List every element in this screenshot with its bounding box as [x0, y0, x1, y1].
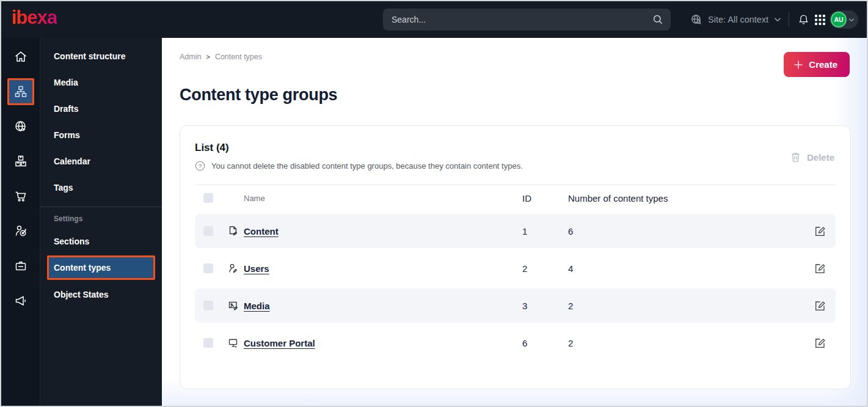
column-header-count: Number of content types	[562, 193, 806, 204]
user-menu[interactable]: AU	[830, 10, 858, 29]
cart-icon	[7, 183, 34, 210]
image-icon	[228, 300, 244, 311]
sidebar-item-object-states[interactable]: Object States	[40, 281, 162, 307]
sidebar-item-calendar[interactable]: Calendar	[40, 148, 162, 174]
search-icon[interactable]	[652, 14, 663, 25]
badge-icon	[7, 252, 34, 279]
sidebar-item-forms[interactable]: Forms	[40, 122, 162, 148]
list-info: ? You cannot delete the disabled content…	[195, 161, 836, 171]
edit-group-button[interactable]	[813, 262, 827, 276]
ibexa-logo[interactable]: ibexa	[12, 7, 57, 29]
group-count: 2	[562, 301, 806, 311]
help-circle-icon: ?	[195, 161, 205, 171]
sidebar-item-label: Object States	[54, 290, 108, 299]
sidebar-item-sections[interactable]: Sections	[40, 228, 162, 254]
table-row: Users 2 4	[195, 251, 836, 285]
edit-group-button[interactable]	[813, 299, 827, 313]
globe-cursor-icon	[7, 113, 34, 140]
topbar-divider	[789, 12, 789, 27]
group-link-customer-portal[interactable]: Customer Portal	[244, 338, 315, 348]
group-id: 6	[516, 338, 562, 348]
row-checkbox[interactable]	[203, 226, 213, 236]
globe-search-icon	[690, 13, 702, 26]
rail-item-site[interactable]	[1, 109, 40, 144]
sidebar-item-label: Content types	[54, 263, 111, 273]
sidebar-section-label: Settings	[40, 210, 162, 228]
group-id: 2	[516, 263, 562, 274]
svg-text:?: ?	[199, 163, 202, 169]
sidebar-item-label: Calendar	[54, 156, 90, 166]
bell-icon	[797, 13, 810, 26]
packages-icon	[7, 148, 34, 175]
rail-item-dashboard[interactable]	[1, 39, 40, 74]
group-link-content[interactable]: Content	[244, 226, 279, 237]
sidebar-divider	[40, 207, 162, 207]
topbar: ibexa Site: All context	[1, 1, 867, 38]
global-search	[383, 9, 671, 31]
sidebar-item-tags[interactable]: Tags	[40, 174, 162, 200]
sidebar-menu: Content structure Media Drafts Forms Cal…	[40, 38, 162, 406]
list-info-text: You cannot delete the disabled content t…	[211, 161, 523, 170]
column-header-name: Name	[244, 194, 516, 203]
notifications-button[interactable]	[797, 1, 810, 38]
sidebar-item-label: Content structure	[54, 51, 125, 61]
breadcrumb-admin[interactable]: Admin	[180, 53, 201, 61]
table-row: Media 3 2	[195, 288, 836, 323]
delete-button-label: Delete	[807, 152, 834, 163]
sidebar-item-label: Forms	[54, 130, 80, 140]
group-count: 6	[562, 226, 806, 237]
site-context-selector[interactable]: Site: All context	[690, 1, 781, 38]
trash-icon	[790, 152, 801, 163]
sidebar-item-label: Drafts	[54, 104, 78, 114]
breadcrumb-current: Content types	[215, 53, 262, 61]
rail-item-admin[interactable]	[1, 248, 40, 283]
chevron-down-icon	[848, 18, 855, 22]
main-nav-rail	[1, 38, 40, 406]
table-header: Name ID Number of content types	[195, 185, 836, 211]
chevron-down-icon	[774, 17, 781, 22]
edit-group-button[interactable]	[813, 224, 827, 238]
search-input[interactable]	[383, 15, 652, 24]
group-link-users[interactable]: Users	[244, 263, 269, 274]
sidebar-item-drafts[interactable]: Drafts	[40, 95, 162, 122]
rail-item-marketing[interactable]	[1, 283, 40, 318]
sidebar-item-media[interactable]: Media	[40, 69, 162, 95]
app-switcher-button[interactable]	[815, 1, 825, 38]
sidebar-item-content-types[interactable]: Content types	[47, 255, 155, 280]
rail-item-personalization[interactable]	[1, 213, 40, 248]
breadcrumb: Admin > Content types	[180, 53, 262, 61]
row-checkbox[interactable]	[203, 301, 213, 310]
file-icon	[228, 226, 244, 237]
rail-item-content[interactable]	[1, 74, 40, 109]
select-all-checkbox[interactable]	[203, 193, 213, 203]
ibexa-admin-window: ibexa Site: All context	[0, 0, 868, 407]
home-icon	[7, 43, 34, 70]
rail-item-commerce[interactable]	[1, 178, 40, 213]
create-button-label: Create	[809, 59, 837, 70]
group-count: 2	[562, 338, 806, 348]
row-checkbox[interactable]	[203, 263, 213, 273]
user-icon	[228, 263, 244, 274]
table-row: Content 1 6	[195, 214, 836, 248]
delete-button[interactable]: Delete	[790, 152, 834, 163]
person-target-icon	[7, 218, 34, 244]
create-button[interactable]: Create	[784, 52, 850, 77]
megaphone-icon	[7, 287, 34, 314]
monitor-icon	[228, 337, 244, 348]
group-id: 1	[516, 226, 562, 237]
sidebar-item-content-structure[interactable]: Content structure	[40, 43, 162, 69]
column-header-id: ID	[516, 193, 562, 204]
sidebar-item-label: Sections	[54, 237, 89, 246]
page-title: Content type groups	[180, 86, 337, 105]
list-title: List (4)	[195, 142, 836, 154]
content-type-groups-card: List (4) ? You cannot delete the disable…	[180, 125, 851, 389]
sidebar-item-label: Media	[54, 78, 78, 87]
main-content: Admin > Content types Create Content typ…	[162, 38, 867, 406]
rail-item-product-catalog[interactable]	[1, 144, 40, 178]
group-link-media[interactable]: Media	[244, 301, 270, 311]
row-checkbox[interactable]	[203, 338, 213, 348]
site-context-label: Site: All context	[708, 15, 768, 24]
breadcrumb-separator: >	[206, 53, 210, 61]
plus-icon	[793, 60, 803, 70]
edit-group-button[interactable]	[813, 336, 827, 350]
